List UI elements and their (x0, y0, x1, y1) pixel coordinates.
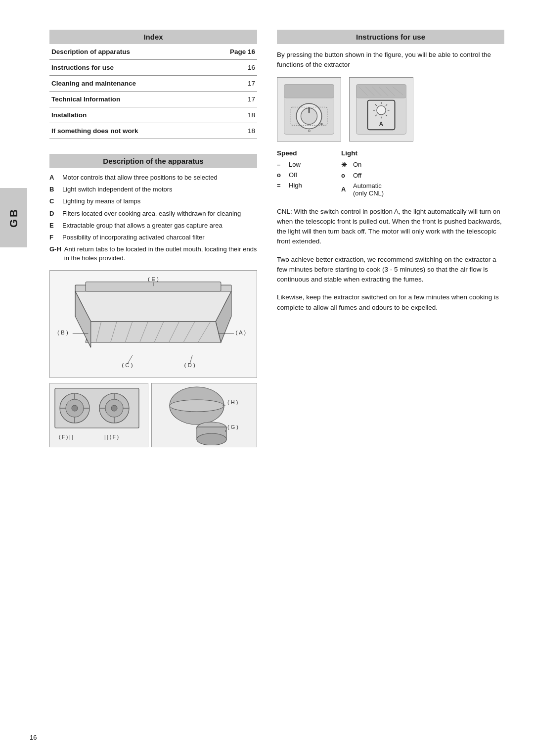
speed-high-label: High (289, 182, 302, 189)
table-row: Installation 18 (49, 107, 257, 123)
table-row: Technical Information 17 (49, 92, 257, 107)
svg-rect-51 (284, 84, 334, 98)
speed-high-row: = High (277, 182, 326, 189)
index-page-num: 17 (218, 76, 257, 92)
motor-svg: ( F ) | | | | ( F ) (50, 383, 144, 445)
instructions-intro: By pressing the button shown in the figu… (277, 50, 504, 70)
svg-text:=: = (320, 122, 323, 126)
svg-text:A: A (379, 120, 383, 127)
speed-light-section: Speed – Low o Off = High Light ✳ On (277, 149, 504, 200)
light-label: Light (341, 149, 391, 157)
apparatus-diagram-motor: ( F ) | | | | ( F ) (49, 383, 148, 447)
button-images-container: – = o (277, 77, 504, 142)
light-auto-symbol: A (341, 186, 349, 193)
item-label-GH: G-H (49, 245, 61, 263)
speed-label: Speed (277, 149, 326, 157)
speed-low-row: – Low (277, 161, 326, 168)
list-item: B Light switch independent of the motors (49, 185, 257, 194)
svg-text:( G ): ( G ) (227, 424, 238, 430)
svg-text:( A ): ( A ) (236, 330, 246, 335)
svg-point-27 (72, 405, 78, 411)
svg-text:( F ) | |: ( F ) | | (59, 434, 73, 440)
item-text-F: Possibility of incorporating activated c… (62, 233, 205, 242)
item-text-E: Extractable group that allows a greater … (62, 221, 222, 230)
light-on-symbol: ✳ (341, 161, 349, 169)
speed-low-symbol: – (277, 161, 285, 168)
index-installation-num: 18 (218, 107, 257, 123)
cnl-text: CNL: With the switch control in position… (277, 207, 504, 247)
instructions-header: Instructions for use (277, 30, 504, 44)
svg-text:–: – (296, 122, 298, 126)
table-row: Instructions for use 16 (49, 60, 257, 76)
svg-text:o: o (308, 128, 311, 133)
list-item: F Possibility of incorporating activated… (49, 233, 257, 242)
list-item: A Motor controls that allow three positi… (49, 173, 257, 182)
table-row: Description of apparatus Page 16 (49, 44, 257, 60)
extraction-tip-text: Two achieve better extraction, we recomm… (277, 255, 504, 285)
index-page-num: 18 (218, 123, 257, 139)
light-off-row: o Off (341, 172, 391, 179)
speed-column: Speed – Low o Off = High (277, 149, 326, 200)
speed-low-label: Low (289, 161, 301, 168)
index-header: Index (49, 30, 257, 44)
item-text-B: Light switch independent of the motors (62, 185, 173, 194)
index-page-num: 16 (218, 60, 257, 76)
svg-text:| | ( F ): | | ( F ) (104, 434, 119, 440)
light-off-symbol: o (341, 172, 349, 179)
item-text-A: Motor controls that allow three position… (62, 173, 218, 182)
svg-point-45 (197, 433, 226, 445)
apparatus-diagram-charcoal: ( H ) ( G ) (151, 383, 257, 447)
list-item: G-H Anti return tabs to be located in th… (49, 245, 257, 263)
speed-off-symbol: o (277, 171, 285, 179)
index-page-num: 17 (218, 92, 257, 107)
speed-button-svg: – = o (282, 82, 336, 137)
index-item-label: Technical Information (49, 92, 218, 107)
index-installation-label: Installation (49, 107, 218, 123)
item-label-B: B (49, 185, 59, 194)
list-item: C Lighting by means of lamps (49, 197, 257, 206)
light-on-label: On (353, 161, 361, 168)
diagram-top-view: ( E ) ( B ) ( A ) ( C ) ( D ) (54, 275, 253, 374)
apparatus-diagram-bottom: ( F ) | | | | ( F ) ( H ) ( G ) (49, 383, 257, 447)
list-item: E Extractable group that allows a greate… (49, 221, 257, 230)
left-column: Index Description of apparatus Page 16 I… (49, 30, 257, 726)
description-section: Description of the apparatus A Motor con… (49, 154, 257, 263)
item-text-C: Lighting by means of lamps (62, 197, 140, 206)
light-auto-label: Automatic(only CNL) (353, 182, 384, 197)
light-button-svg: A (354, 82, 408, 137)
index-table: Description of apparatus Page 16 Instruc… (49, 44, 257, 139)
right-column: Instructions for use By pressing the but… (277, 30, 504, 726)
apparatus-svg-top: ( E ) ( B ) ( A ) ( C ) ( D ) (54, 275, 253, 374)
index-item-label: Description of apparatus (49, 44, 218, 60)
svg-point-68 (377, 105, 386, 114)
svg-text:( D ): ( D ) (184, 362, 195, 368)
index-item-label: Instructions for use (49, 60, 218, 76)
svg-text:( B ): ( B ) (57, 330, 68, 335)
charcoal-svg: ( H ) ( G ) (152, 383, 257, 445)
table-row: Cleaning and maintenance 17 (49, 76, 257, 92)
svg-marker-2 (86, 321, 221, 342)
item-label-C: C (49, 197, 59, 206)
index-item-label: If something does not work (49, 123, 218, 139)
item-label-A: A (49, 173, 59, 182)
light-off-label: Off (353, 172, 361, 179)
svg-text:( E ): ( E ) (148, 276, 159, 282)
table-row: If something does not work 18 (49, 123, 257, 139)
svg-point-30 (111, 405, 117, 411)
description-list: A Motor controls that allow three positi… (49, 173, 257, 263)
apparatus-diagram-top: ( E ) ( B ) ( A ) ( C ) ( D ) (49, 270, 257, 378)
speed-off-row: o Off (277, 171, 326, 179)
description-header: Description of the apparatus (49, 154, 257, 168)
button-image-light: A (349, 77, 413, 142)
item-label-D: D (49, 209, 59, 218)
light-column: Light ✳ On o Off A Automatic(only CNL) (341, 149, 391, 200)
light-auto-row: A Automatic(only CNL) (341, 182, 391, 197)
speed-high-symbol: = (277, 182, 285, 189)
item-text-GH: Anti return tabs to be located in the ou… (64, 245, 257, 263)
item-text-D: Filters located over cooking area, easil… (62, 209, 241, 218)
index-page-label: Page 16 (218, 44, 257, 60)
index-section: Index Description of apparatus Page 16 I… (49, 30, 257, 139)
item-label-F: F (49, 233, 59, 242)
item-label-E: E (49, 221, 59, 230)
svg-text:( H ): ( H ) (227, 399, 238, 405)
